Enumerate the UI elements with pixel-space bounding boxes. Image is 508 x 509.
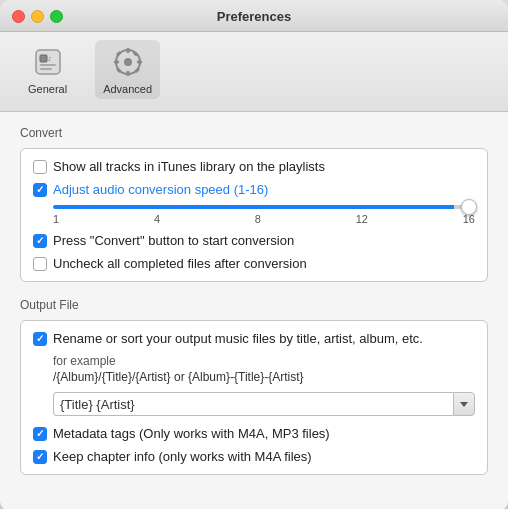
svg-text:♪: ♪ xyxy=(48,55,52,62)
uncheck-completed-label: Uncheck all completed files after conver… xyxy=(53,256,307,271)
example-label: for example xyxy=(53,354,475,368)
svg-rect-3 xyxy=(40,64,56,66)
content-area: Convert Show all tracks in iTunes librar… xyxy=(0,112,508,509)
output-section-box: Rename or sort your output music files b… xyxy=(20,320,488,475)
svg-rect-4 xyxy=(40,68,52,70)
metadata-tags-row: Metadata tags (Only works with M4A, MP3 … xyxy=(33,426,475,441)
traffic-lights xyxy=(12,10,63,23)
keep-chapter-row: Keep chapter info (only works with M4A f… xyxy=(33,449,475,464)
rename-sort-checkbox[interactable] xyxy=(33,332,47,346)
speed-slider-container: 1 4 8 12 16 xyxy=(53,205,475,225)
slider-thumb[interactable] xyxy=(461,199,477,215)
advanced-icon xyxy=(110,44,146,80)
adjust-audio-row: Adjust audio conversion speed (1-16) xyxy=(33,182,475,197)
close-button[interactable] xyxy=(12,10,25,23)
rename-sort-label: Rename or sort your output music files b… xyxy=(53,331,423,346)
output-format-dropdown[interactable] xyxy=(453,392,475,416)
show-all-tracks-row: Show all tracks in iTunes library on the… xyxy=(33,159,475,174)
adjust-audio-label: Adjust audio conversion speed (1-16) xyxy=(53,182,268,197)
slider-track[interactable] xyxy=(53,205,475,209)
slider-label-1: 1 xyxy=(53,213,59,225)
svg-rect-9 xyxy=(114,61,119,64)
slider-label-8: 8 xyxy=(255,213,261,225)
svg-rect-10 xyxy=(137,61,142,64)
show-all-tracks-label: Show all tracks in iTunes library on the… xyxy=(53,159,325,174)
maximize-button[interactable] xyxy=(50,10,63,23)
output-section: Output File Rename or sort your output m… xyxy=(20,298,488,475)
advanced-label: Advanced xyxy=(103,83,152,95)
press-convert-row: Press "Convert" button to start conversi… xyxy=(33,233,475,248)
toolbar-item-general[interactable]: ♪ General xyxy=(20,40,75,99)
metadata-tags-checkbox[interactable] xyxy=(33,427,47,441)
uncheck-completed-row: Uncheck all completed files after conver… xyxy=(33,256,475,271)
convert-section-title: Convert xyxy=(20,126,488,140)
press-convert-label: Press "Convert" button to start conversi… xyxy=(53,233,294,248)
slider-label-4: 4 xyxy=(154,213,160,225)
show-all-tracks-checkbox[interactable] xyxy=(33,160,47,174)
svg-rect-0 xyxy=(36,50,60,74)
toolbar-item-advanced[interactable]: Advanced xyxy=(95,40,160,99)
example-format: /{Album}/{Title}/{Artist} or {Album}-{Ti… xyxy=(53,370,475,384)
toolbar: ♪ General xyxy=(0,32,508,112)
general-label: General xyxy=(28,83,67,95)
keep-chapter-checkbox[interactable] xyxy=(33,450,47,464)
convert-section-box: Show all tracks in iTunes library on the… xyxy=(20,148,488,282)
svg-rect-7 xyxy=(126,48,129,53)
uncheck-completed-checkbox[interactable] xyxy=(33,257,47,271)
chevron-down-icon xyxy=(460,402,468,407)
preferences-window: Preferences ♪ General xyxy=(0,0,508,509)
output-input-row xyxy=(53,392,475,416)
convert-section: Convert Show all tracks in iTunes librar… xyxy=(20,126,488,282)
svg-rect-8 xyxy=(126,71,129,76)
svg-rect-1 xyxy=(40,55,47,62)
output-format-input[interactable] xyxy=(53,392,453,416)
slider-label-12: 12 xyxy=(356,213,368,225)
minimize-button[interactable] xyxy=(31,10,44,23)
window-title: Preferences xyxy=(217,9,291,24)
titlebar: Preferences xyxy=(0,0,508,32)
output-section-title: Output File xyxy=(20,298,488,312)
svg-point-6 xyxy=(124,58,132,66)
metadata-tags-label: Metadata tags (Only works with M4A, MP3 … xyxy=(53,426,330,441)
slider-labels: 1 4 8 12 16 xyxy=(53,213,475,225)
keep-chapter-label: Keep chapter info (only works with M4A f… xyxy=(53,449,312,464)
press-convert-checkbox[interactable] xyxy=(33,234,47,248)
adjust-audio-checkbox[interactable] xyxy=(33,183,47,197)
general-icon: ♪ xyxy=(30,44,66,80)
rename-sort-row: Rename or sort your output music files b… xyxy=(33,331,475,346)
